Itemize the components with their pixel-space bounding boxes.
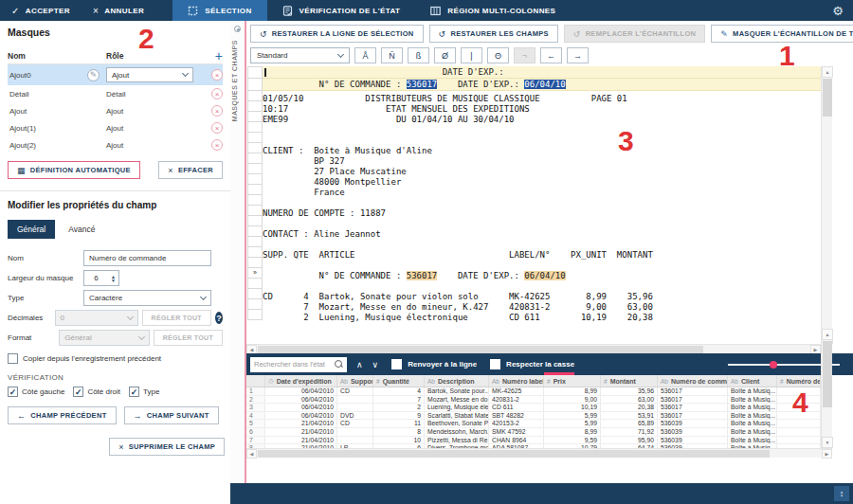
table-horizontal-scrollbar[interactable]: ◀ ▶ — [246, 448, 832, 458]
report-line[interactable]: CLIENT : Boîte à Musique d'Aline — [263, 146, 821, 156]
gutter-cell[interactable] — [247, 133, 263, 143]
scroll-right-icon[interactable]: ▶ — [822, 449, 832, 459]
previous-field-button[interactable]: ← CHAMP PRÉCÉDENT — [8, 406, 117, 424]
gutter-cell[interactable] — [247, 310, 263, 320]
gutter-cell[interactable] — [247, 122, 263, 133]
gutter-cell[interactable] — [247, 258, 263, 268]
next-field-button[interactable]: → CHAMP SUIVANT — [124, 406, 219, 424]
special-char-button[interactable]: Å — [354, 47, 376, 63]
report-line[interactable]: SUPP. QTE ARTICLE LABEL/N° PX_UNIT MONTA… — [263, 250, 821, 261]
cancel-button[interactable]: × ANNULER — [82, 0, 155, 21]
gutter-cell[interactable] — [247, 247, 263, 258]
table-row[interactable]: 306/04/20102Luening, Musique éle...CD 61… — [246, 404, 821, 412]
auto-define-button[interactable]: ▦ DÉFINITION AUTOMATIQUE — [8, 161, 140, 179]
tab-s-lection[interactable]: SÉLECTION — [172, 0, 266, 21]
delete-field-button[interactable]: × SUPPRIMER LE CHAMP — [109, 438, 225, 456]
report-line[interactable] — [263, 281, 821, 292]
column-header-client[interactable]: AbClient — [728, 375, 777, 387]
checkbox-checked[interactable]: ✓ — [129, 387, 139, 397]
report-line[interactable]: BP 327 — [263, 156, 821, 167]
report-line[interactable]: 10:17 ETAT MENSUEL DES EXPEDITIONS — [263, 104, 821, 115]
gear-icon[interactable]: ⚙ — [832, 4, 844, 18]
report-line[interactable]: N° DE COMMANDE : 536017 DATE D'EXP.: 06/… — [263, 271, 821, 281]
report-line[interactable] — [263, 240, 821, 250]
delete-mask-icon[interactable]: × — [211, 105, 223, 117]
report-line[interactable] — [263, 261, 821, 271]
restore-fields-button[interactable]: ↺ RESTAURER LES CHAMPS — [429, 25, 558, 43]
checkbox-checked[interactable]: ✓ — [73, 387, 83, 397]
table-row[interactable]: 406/04/2010DVD9Scarlatti, Stabat MaterSB… — [246, 412, 821, 421]
special-char-button[interactable]: ß — [408, 47, 429, 63]
report-line[interactable] — [263, 135, 821, 146]
column-header-numéro-de-commande[interactable]: AbNuméro de commande — [658, 375, 728, 387]
column-header-quantité[interactable]: #Quantité — [373, 375, 425, 387]
table-row[interactable]: 721/04/201010Pizzetti, Messa di Re...CHA… — [246, 437, 821, 445]
scroll-up-icon[interactable]: ▲ — [822, 66, 833, 78]
gutter-cell[interactable] — [247, 112, 263, 122]
column-header-prix[interactable]: #Prix — [544, 375, 601, 387]
tab-general[interactable]: Général — [8, 220, 55, 239]
gutter-cell[interactable] — [247, 101, 263, 112]
special-char-button[interactable]: ← — [540, 47, 562, 63]
column-header-numéro-de-comp[interactable]: #Numéro de comp — [777, 375, 821, 387]
gutter-cell[interactable] — [247, 164, 263, 174]
special-char-button[interactable]: Θ — [487, 47, 509, 63]
tab-avance[interactable]: Avancé — [68, 225, 95, 234]
add-mask-icon[interactable]: + — [202, 50, 223, 62]
column-header-montant[interactable]: #Montant — [601, 375, 658, 387]
tab-v-rification-de-l-tat[interactable]: VÉRIFICATION DE L'ÉTAT — [267, 0, 416, 21]
special-char-button[interactable]: | — [461, 47, 482, 63]
checkbox-checked[interactable]: ✓ — [8, 387, 18, 397]
gutter-cell[interactable] — [247, 237, 263, 247]
gutter-cell[interactable] — [247, 195, 263, 206]
table-row[interactable]: 621/04/20108Mendelssohn, March...SMK 475… — [246, 428, 821, 437]
accept-button[interactable]: ✓ ACCEPTER — [0, 0, 82, 21]
zoom-slider-handle[interactable] — [770, 361, 777, 369]
gutter-cell[interactable] — [247, 289, 263, 299]
report-horizontal-scrollbar[interactable]: ◀ ▶ — [246, 344, 821, 353]
delete-mask-icon[interactable]: × — [211, 88, 223, 99]
match-case-checkbox[interactable] — [490, 359, 500, 369]
report-line[interactable]: EME99 DU 01/04/10 AU 30/04/10 — [263, 115, 821, 125]
column-header-support[interactable]: AbSupport — [337, 375, 373, 387]
column-header-description[interactable]: AbDescription — [425, 375, 489, 387]
column-header-date-d-expédition[interactable]: ◷Date d'expédition — [265, 375, 337, 387]
copy-previous-checkbox[interactable] — [8, 353, 18, 364]
help-icon[interactable]: ? — [215, 312, 223, 324]
report-line[interactable]: 27 Place Muscatine — [263, 167, 821, 177]
special-char-button[interactable]: Ñ — [381, 47, 403, 63]
masks-fields-strip[interactable]: MASQUES ET CHAMPS — [230, 21, 245, 483]
special-char-button[interactable]: Ø — [434, 47, 456, 63]
wrap-line-checkbox[interactable] — [391, 359, 402, 369]
report-line[interactable]: 48000 Montpellier — [263, 177, 821, 188]
field-name-input[interactable]: Numéro de commande — [83, 250, 211, 266]
delete-mask-icon[interactable]: × — [211, 139, 223, 151]
report-line[interactable]: 2 Luening, Musique électronique CD 611 1… — [263, 313, 821, 323]
gutter-cell[interactable] — [247, 226, 263, 237]
find-previous-icon[interactable]: ∧ — [356, 360, 363, 369]
table-vertical-scrollbar[interactable]: ▲ ▼ — [821, 329, 832, 448]
report-line[interactable]: 01/05/10 DISTRIBUTEURS DE MUSIQUE CLASSI… — [263, 94, 821, 104]
report-line[interactable] — [263, 219, 821, 229]
masque-row[interactable]: Ajout(2)Ajout× — [8, 136, 223, 153]
trap-line[interactable]: DATE D'EXP.: — [263, 66, 821, 79]
report-line[interactable]: CONTACT : Aline Jeannot — [263, 229, 821, 240]
trap-line[interactable]: N° DE COMMANDE : 536017 DATE D'EXP.: 06/… — [263, 79, 821, 91]
report-vertical-scrollbar[interactable]: ▲ ▼ — [821, 66, 832, 344]
column-header-numéro-label[interactable]: AbNuméro label — [489, 375, 544, 387]
restore-selection-line-button[interactable]: ↺ RESTAURER LA LIGNE DE SÉLECTION — [250, 25, 424, 43]
charset-select[interactable]: Standard — [250, 47, 350, 63]
type-select[interactable]: Caractère — [83, 290, 211, 306]
report-line[interactable]: 7 Mozart, Messe en do mineur, K.427 4208… — [263, 302, 821, 313]
gutter-cell[interactable] — [247, 216, 263, 226]
row-number-header[interactable] — [246, 375, 265, 387]
masque-row[interactable]: Ajout0✎Ajout× — [8, 64, 223, 85]
tab-r-gion-multi-colonnes[interactable]: RÉGION MULTI-COLONNES — [415, 0, 571, 21]
table-row[interactable]: 521/04/2010CD11Beethoven, Sonate P...420… — [246, 420, 821, 428]
table-row[interactable]: 206/04/20107Mozart, Messe en do...420831… — [246, 396, 821, 405]
report-line[interactable]: France — [263, 188, 821, 198]
gutter-cell[interactable] — [247, 143, 263, 153]
masque-row[interactable]: DétailDétail× — [8, 85, 223, 102]
edit-pencil-icon[interactable]: ✎ — [87, 69, 100, 81]
gutter-cell[interactable] — [247, 206, 263, 216]
